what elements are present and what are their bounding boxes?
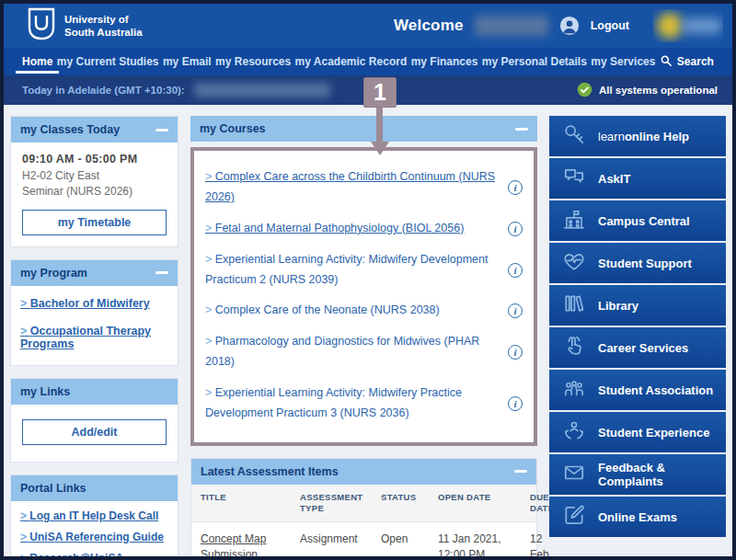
info-icon[interactable]: i xyxy=(508,396,523,411)
course-row: Pharmacology and Diagnostics for Midwive… xyxy=(205,332,523,372)
nav-tab-my-finances[interactable]: my Finances xyxy=(411,48,478,75)
panel-title: Portal Links xyxy=(20,482,86,495)
course-link[interactable]: Experiential Learning Activity: Midwifer… xyxy=(205,250,499,291)
sidebar-item-career-services[interactable]: Career Services xyxy=(549,327,726,368)
unisa-logo[interactable]: University ofSouth Australia xyxy=(28,7,143,44)
sidebar-item-student-association[interactable]: Student Association xyxy=(549,370,726,410)
course-link[interactable]: Experiential Learning Activity: Midwifer… xyxy=(205,383,499,424)
assessment-type: Assignment xyxy=(300,531,374,560)
collapse-icon[interactable] xyxy=(514,470,527,473)
nav-tab-my-email[interactable]: my Email xyxy=(163,48,212,75)
course-row: Complex Care across the Childbirth Conti… xyxy=(205,167,523,208)
latest-assessment-items-panel: Latest Assessment Items TITLE ASSESSMENT… xyxy=(190,458,537,560)
unisa-student-portal: University ofSouth Australia Welcome Log… xyxy=(0,0,736,560)
my-classes-today-panel: my Classes Today 09:10 AM - 05:00 PM H2-… xyxy=(10,116,178,247)
system-status-text: All systems operational xyxy=(599,85,718,96)
info-icon[interactable]: i xyxy=(508,222,523,236)
pencil-pad-icon xyxy=(562,503,586,531)
tile-label: Feedback & Complaints xyxy=(598,461,717,488)
my-program-header: my Program xyxy=(11,260,178,286)
portal-links-panel: Portal Links Log an IT Help Desk Call Un… xyxy=(10,474,178,560)
program-link[interactable]: Bachelor of Midwifery xyxy=(20,297,168,310)
main-nav: Home my Current Studies my Email my Reso… xyxy=(4,48,732,75)
hands-person-icon xyxy=(562,418,586,446)
tile-label: Campus Central xyxy=(598,214,690,228)
column-header: TITLE xyxy=(201,492,293,515)
panel-title: my Links xyxy=(20,385,70,398)
campus-building-icon xyxy=(562,207,586,234)
key-icon xyxy=(562,122,586,150)
nav-tab-my-academic-record[interactable]: my Academic Record xyxy=(295,48,408,75)
sidebar-item-student-experience[interactable]: Student Experience xyxy=(549,412,726,452)
my-timetable-button[interactable]: my Timetable xyxy=(22,210,167,235)
sidebar-item-online-exams[interactable]: Online Exams xyxy=(549,497,726,537)
assessment-table: TITLE ASSESSMENT TYPE STATUS OPEN DATE D… xyxy=(191,485,536,560)
today-label: Today in Adelaide (GMT +10:30): xyxy=(22,85,185,96)
redacted-date xyxy=(194,83,330,97)
check-circle-icon xyxy=(577,82,592,99)
course-row: Complex Care of the Neonate (NURS 2038) … xyxy=(205,301,523,321)
sidebar-item-learnonline-help[interactable]: learnonline Help xyxy=(549,116,726,156)
assessment-status: Open xyxy=(381,531,431,560)
hand-click-icon xyxy=(562,334,586,361)
column-header: STATUS xyxy=(381,492,431,515)
people-group-icon xyxy=(562,376,586,404)
sidebar-item-library[interactable]: Library xyxy=(549,285,726,326)
logout-button[interactable]: Logout xyxy=(591,19,629,32)
my-courses-highlighted-region: Complex Care across the Childbirth Conti… xyxy=(190,147,537,446)
sidebar-item-student-support[interactable]: Student Support xyxy=(549,243,726,283)
tile-label: learnonline Help xyxy=(598,130,689,143)
course-row: Fetal and Maternal Pathophysiology (BIOL… xyxy=(205,219,523,239)
portal-link[interactable]: UniSA Referencing Guide xyxy=(20,531,168,543)
panel-title: my Courses xyxy=(200,122,266,135)
assessment-row: Concept Map Submission Assignment Open 1… xyxy=(191,522,536,560)
collapse-icon[interactable] xyxy=(515,128,528,131)
welcome-label: Welcome xyxy=(394,17,464,35)
course-row: Experiential Learning Activity: Midwifer… xyxy=(205,383,523,424)
top-header: University ofSouth Australia Welcome Log… xyxy=(4,4,732,48)
system-status: All systems operational xyxy=(577,82,718,99)
nav-tab-my-services[interactable]: my Services xyxy=(591,48,655,75)
right-sidebar: learnonline Help AskIT Campus Central St… xyxy=(549,116,726,560)
nav-tab-home[interactable]: Home xyxy=(22,48,52,75)
my-links-panel: my Links Add/edit xyxy=(10,378,178,463)
assessment-title-link[interactable]: Concept Map Submission xyxy=(201,531,293,560)
tile-label: Student Association xyxy=(598,383,713,397)
portal-links-header: Portal Links xyxy=(11,475,178,501)
nav-tab-my-resources[interactable]: my Resources xyxy=(215,48,291,75)
class-time: 09:10 AM - 05:00 PM xyxy=(22,153,167,166)
info-icon[interactable]: i xyxy=(508,180,523,195)
sidebar-item-campus-central[interactable]: Campus Central xyxy=(549,200,726,241)
main-content: my Courses Complex Care across the Child… xyxy=(190,116,537,560)
collapse-icon[interactable] xyxy=(155,271,168,274)
program-link[interactable]: Occupational Therapy Programs xyxy=(20,325,168,350)
info-icon[interactable]: i xyxy=(508,345,523,360)
my-links-header: my Links xyxy=(11,379,178,405)
course-link[interactable]: Complex Care of the Neonate (NURS 2038) xyxy=(205,301,499,321)
info-icon[interactable]: i xyxy=(508,263,523,278)
assessment-table-header: TITLE ASSESSMENT TYPE STATUS OPEN DATE D… xyxy=(191,485,536,523)
portal-link[interactable]: Log an IT Help Desk Call xyxy=(20,509,168,522)
course-link[interactable]: Fetal and Maternal Pathophysiology (BIOL… xyxy=(205,219,499,239)
portal-link[interactable]: Research@UniSA xyxy=(20,552,168,560)
nav-tab-my-current-studies[interactable]: my Current Studies xyxy=(57,48,159,75)
class-name: Seminar (NURS 2026) xyxy=(22,184,167,200)
class-location: H2-02 City East xyxy=(22,168,167,184)
column-header: OPEN DATE xyxy=(438,492,523,515)
course-link[interactable]: Complex Care across the Childbirth Conti… xyxy=(205,167,499,208)
assessment-panel-header: Latest Assessment Items xyxy=(191,459,536,485)
heart-pulse-icon xyxy=(562,249,586,277)
info-icon[interactable]: i xyxy=(508,303,523,318)
user-avatar-icon xyxy=(559,16,580,36)
sidebar-item-feedback-complaints[interactable]: Feedback & Complaints xyxy=(549,454,726,495)
collapse-icon[interactable] xyxy=(155,129,168,131)
left-sidebar: my Classes Today 09:10 AM - 05:00 PM H2-… xyxy=(10,116,178,560)
chat-bubbles-icon xyxy=(562,165,586,192)
add-edit-links-button[interactable]: Add/edit xyxy=(22,419,167,445)
sidebar-item-askit[interactable]: AskIT xyxy=(549,158,726,199)
my-program-panel: my Program Bachelor of Midwifery Occupat… xyxy=(10,259,178,366)
nav-tab-my-personal-details[interactable]: my Personal Details xyxy=(482,48,587,75)
tile-label: Career Services xyxy=(598,341,688,355)
course-link[interactable]: Pharmacology and Diagnostics for Midwive… xyxy=(205,332,499,372)
search-button[interactable]: Search xyxy=(660,54,714,70)
